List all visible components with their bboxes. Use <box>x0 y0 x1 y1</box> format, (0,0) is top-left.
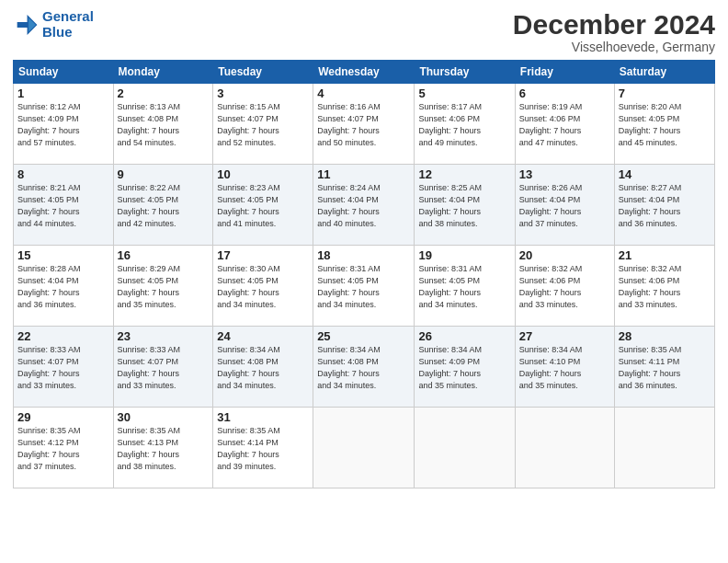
table-row: 23Sunrise: 8:33 AM Sunset: 4:07 PM Dayli… <box>113 327 213 408</box>
day-info: Sunrise: 8:16 AM Sunset: 4:07 PM Dayligh… <box>317 101 410 149</box>
table-row: 7Sunrise: 8:20 AM Sunset: 4:05 PM Daylig… <box>614 84 714 165</box>
day-number: 10 <box>217 167 309 181</box>
calendar-week-row: 15Sunrise: 8:28 AM Sunset: 4:04 PM Dayli… <box>14 246 715 327</box>
day-info: Sunrise: 8:20 AM Sunset: 4:05 PM Dayligh… <box>619 101 711 149</box>
table-row: 5Sunrise: 8:17 AM Sunset: 4:06 PM Daylig… <box>415 84 515 165</box>
logo-line1: General <box>42 8 94 24</box>
page-container: General Blue December 2024 Visselhoevede… <box>0 0 728 563</box>
header: General Blue December 2024 Visselhoevede… <box>13 9 715 54</box>
day-number: 29 <box>17 410 109 424</box>
day-number: 31 <box>217 410 309 424</box>
day-number: 24 <box>217 329 309 343</box>
day-info: Sunrise: 8:35 AM Sunset: 4:12 PM Dayligh… <box>17 425 109 473</box>
table-row: 11Sunrise: 8:24 AM Sunset: 4:04 PM Dayli… <box>313 165 415 246</box>
day-info: Sunrise: 8:15 AM Sunset: 4:07 PM Dayligh… <box>217 101 309 149</box>
day-number: 9 <box>118 167 210 181</box>
day-number: 14 <box>619 167 711 181</box>
day-info: Sunrise: 8:33 AM Sunset: 4:07 PM Dayligh… <box>17 344 109 392</box>
day-number: 19 <box>418 248 510 262</box>
day-info: Sunrise: 8:26 AM Sunset: 4:04 PM Dayligh… <box>519 182 610 230</box>
table-row: 4Sunrise: 8:16 AM Sunset: 4:07 PM Daylig… <box>313 84 415 165</box>
logo-icon <box>13 12 39 38</box>
day-number: 27 <box>519 329 610 343</box>
day-number: 26 <box>418 329 510 343</box>
day-info: Sunrise: 8:34 AM Sunset: 4:10 PM Dayligh… <box>519 344 610 392</box>
day-info: Sunrise: 8:34 AM Sunset: 4:09 PM Dayligh… <box>418 344 510 392</box>
table-row <box>614 408 714 488</box>
day-number: 21 <box>619 248 711 262</box>
table-row: 25Sunrise: 8:34 AM Sunset: 4:08 PM Dayli… <box>313 327 415 408</box>
day-number: 3 <box>217 86 309 100</box>
table-row: 19Sunrise: 8:31 AM Sunset: 4:05 PM Dayli… <box>415 246 515 327</box>
day-info: Sunrise: 8:33 AM Sunset: 4:07 PM Dayligh… <box>118 344 210 392</box>
day-number: 2 <box>118 86 210 100</box>
calendar-week-row: 1Sunrise: 8:12 AM Sunset: 4:09 PM Daylig… <box>14 84 715 165</box>
day-info: Sunrise: 8:31 AM Sunset: 4:05 PM Dayligh… <box>418 263 510 311</box>
day-info: Sunrise: 8:13 AM Sunset: 4:08 PM Dayligh… <box>118 101 210 149</box>
day-info: Sunrise: 8:22 AM Sunset: 4:05 PM Dayligh… <box>118 182 210 230</box>
day-number: 18 <box>317 248 410 262</box>
day-info: Sunrise: 8:31 AM Sunset: 4:05 PM Dayligh… <box>317 263 410 311</box>
table-row: 8Sunrise: 8:21 AM Sunset: 4:05 PM Daylig… <box>14 165 114 246</box>
day-number: 22 <box>17 329 109 343</box>
logo-text: General Blue <box>42 9 94 40</box>
day-info: Sunrise: 8:32 AM Sunset: 4:06 PM Dayligh… <box>619 263 711 311</box>
table-row: 17Sunrise: 8:30 AM Sunset: 4:05 PM Dayli… <box>213 246 313 327</box>
day-info: Sunrise: 8:34 AM Sunset: 4:08 PM Dayligh… <box>317 344 410 392</box>
day-info: Sunrise: 8:32 AM Sunset: 4:06 PM Dayligh… <box>519 263 610 311</box>
table-row: 13Sunrise: 8:26 AM Sunset: 4:04 PM Dayli… <box>515 165 614 246</box>
table-row: 24Sunrise: 8:34 AM Sunset: 4:08 PM Dayli… <box>213 327 313 408</box>
calendar-week-row: 29Sunrise: 8:35 AM Sunset: 4:12 PM Dayli… <box>14 408 715 488</box>
col-thursday: Thursday <box>415 61 515 84</box>
col-sunday: Sunday <box>14 61 114 84</box>
day-info: Sunrise: 8:24 AM Sunset: 4:04 PM Dayligh… <box>317 182 410 230</box>
day-number: 12 <box>418 167 510 181</box>
table-row: 28Sunrise: 8:35 AM Sunset: 4:11 PM Dayli… <box>614 327 714 408</box>
day-number: 23 <box>118 329 210 343</box>
calendar-week-row: 22Sunrise: 8:33 AM Sunset: 4:07 PM Dayli… <box>14 327 715 408</box>
day-number: 30 <box>118 410 210 424</box>
day-number: 6 <box>519 86 610 100</box>
col-saturday: Saturday <box>614 61 714 84</box>
day-number: 17 <box>217 248 309 262</box>
day-number: 8 <box>17 167 109 181</box>
table-row: 22Sunrise: 8:33 AM Sunset: 4:07 PM Dayli… <box>14 327 114 408</box>
calendar-table: Sunday Monday Tuesday Wednesday Thursday… <box>13 60 715 488</box>
day-number: 16 <box>118 248 210 262</box>
day-number: 4 <box>317 86 410 100</box>
day-info: Sunrise: 8:27 AM Sunset: 4:04 PM Dayligh… <box>619 182 711 230</box>
day-number: 20 <box>519 248 610 262</box>
table-row: 20Sunrise: 8:32 AM Sunset: 4:06 PM Dayli… <box>515 246 614 327</box>
day-number: 7 <box>619 86 711 100</box>
table-row <box>313 408 415 488</box>
day-info: Sunrise: 8:17 AM Sunset: 4:06 PM Dayligh… <box>418 101 510 149</box>
day-number: 25 <box>317 329 410 343</box>
day-info: Sunrise: 8:34 AM Sunset: 4:08 PM Dayligh… <box>217 344 309 392</box>
table-row: 27Sunrise: 8:34 AM Sunset: 4:10 PM Dayli… <box>515 327 614 408</box>
table-row: 30Sunrise: 8:35 AM Sunset: 4:13 PM Dayli… <box>113 408 213 488</box>
day-number: 11 <box>317 167 410 181</box>
table-row: 21Sunrise: 8:32 AM Sunset: 4:06 PM Dayli… <box>614 246 714 327</box>
calendar-header-row: Sunday Monday Tuesday Wednesday Thursday… <box>14 61 715 84</box>
title-block: December 2024 Visselhoevede, Germany <box>513 9 715 54</box>
col-wednesday: Wednesday <box>313 61 415 84</box>
day-info: Sunrise: 8:23 AM Sunset: 4:05 PM Dayligh… <box>217 182 309 230</box>
day-info: Sunrise: 8:35 AM Sunset: 4:11 PM Dayligh… <box>619 344 711 392</box>
table-row: 29Sunrise: 8:35 AM Sunset: 4:12 PM Dayli… <box>14 408 114 488</box>
main-title: December 2024 <box>513 9 715 40</box>
day-info: Sunrise: 8:35 AM Sunset: 4:13 PM Dayligh… <box>118 425 210 473</box>
table-row: 26Sunrise: 8:34 AM Sunset: 4:09 PM Dayli… <box>415 327 515 408</box>
table-row: 16Sunrise: 8:29 AM Sunset: 4:05 PM Dayli… <box>113 246 213 327</box>
col-friday: Friday <box>515 61 614 84</box>
day-info: Sunrise: 8:12 AM Sunset: 4:09 PM Dayligh… <box>17 101 109 149</box>
table-row: 6Sunrise: 8:19 AM Sunset: 4:06 PM Daylig… <box>515 84 614 165</box>
table-row: 31Sunrise: 8:35 AM Sunset: 4:14 PM Dayli… <box>213 408 313 488</box>
day-number: 5 <box>418 86 510 100</box>
col-monday: Monday <box>113 61 213 84</box>
logo: General Blue <box>13 9 94 40</box>
table-row: 15Sunrise: 8:28 AM Sunset: 4:04 PM Dayli… <box>14 246 114 327</box>
calendar-week-row: 8Sunrise: 8:21 AM Sunset: 4:05 PM Daylig… <box>14 165 715 246</box>
day-info: Sunrise: 8:35 AM Sunset: 4:14 PM Dayligh… <box>217 425 309 473</box>
table-row: 1Sunrise: 8:12 AM Sunset: 4:09 PM Daylig… <box>14 84 114 165</box>
table-row: 10Sunrise: 8:23 AM Sunset: 4:05 PM Dayli… <box>213 165 313 246</box>
